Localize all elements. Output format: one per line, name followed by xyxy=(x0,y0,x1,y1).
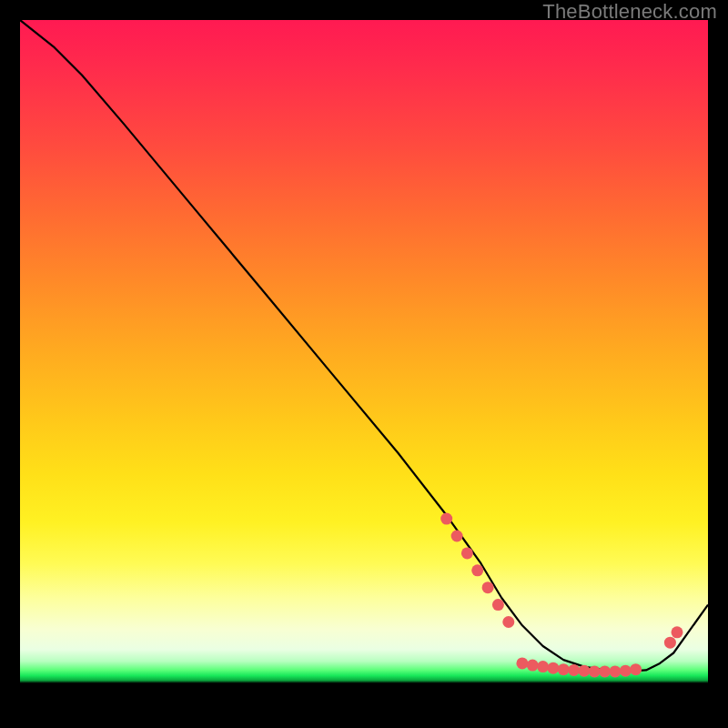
watermark-text: TheBottleneck.com xyxy=(542,0,717,24)
chart-gradient-background xyxy=(20,20,708,708)
chart-stage: TheBottleneck.com xyxy=(0,0,728,728)
